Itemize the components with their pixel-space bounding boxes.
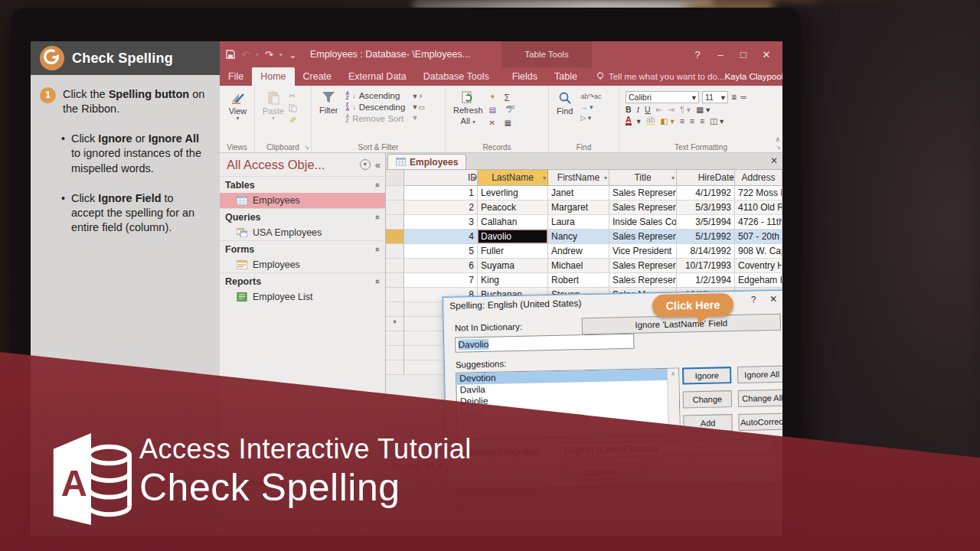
increase-indent-icon[interactable]: ⇥ [668,105,675,114]
collapse-ribbon-icon[interactable]: ∧ [775,135,780,143]
nav-item-query-usa-employees[interactable]: USA Employees [220,225,385,240]
nav-section-reports[interactable]: Reports » [220,272,385,289]
cell[interactable]: Edgeham Hol [735,273,782,288]
save-record-icon[interactable]: ▤ [489,106,501,117]
autocorrect-button[interactable]: AutoCorrect [738,413,782,431]
undo-dropdown-icon[interactable]: ▾ [256,51,259,58]
record-selector-current[interactable] [386,230,404,244]
tab-fields[interactable]: Fields [504,67,546,86]
undo-icon[interactable]: ↶ [241,49,250,60]
dialog-close-icon[interactable]: ✕ [763,294,782,305]
cell[interactable]: Andrew [548,244,609,259]
column-dropdown-icon[interactable]: ▾ [543,170,546,186]
replace-icon[interactable]: ab↷ac [580,93,601,100]
cell[interactable]: 8/14/1992 [677,244,735,259]
toggle-filter-icon[interactable]: ▼ [411,114,424,122]
cut-icon[interactable]: ✂ [289,92,297,100]
cell[interactable]: Robert [548,273,609,288]
nav-item-form-employees[interactable]: Employees [220,257,385,272]
scroll-up-icon[interactable]: ∧ [671,370,675,377]
cell[interactable]: Leverling [478,186,548,201]
signed-in-user[interactable]: Kayla Claypool [724,67,782,86]
nav-item-table-employees[interactable]: Employees [220,193,385,208]
copy-icon[interactable] [289,104,297,112]
nav-item-report-employee-list[interactable]: Employee List [220,289,385,305]
cell[interactable]: Sales Represer [609,259,677,273]
numbered-list-icon[interactable]: ≣ [731,93,737,101]
tell-me-box[interactable]: Tell me what you want to do... [596,67,725,86]
tab-database-tools[interactable]: Database Tools [415,67,498,86]
record-selector[interactable] [386,186,404,201]
bold-icon[interactable]: B [626,105,632,114]
sort-descending-button[interactable]: ZA ↓ Descending [345,103,405,112]
cell[interactable]: Suyama [478,259,548,273]
cell[interactable]: 1 [404,186,478,201]
shutter-bar-close-icon[interactable]: « [375,159,381,171]
cell[interactable]: Sales Represer [609,186,677,201]
redo-icon[interactable]: ↷ [265,49,273,60]
change-all-button[interactable]: Change All [738,390,782,407]
column-header-lastname[interactable]: LastName▾ [478,170,548,186]
column-dropdown-icon[interactable]: ▾ [730,170,733,186]
cell[interactable]: Fuller [478,244,548,259]
click-here-callout[interactable]: Click Here [652,293,734,318]
sort-ascending-button[interactable]: AZ ↓ Ascending [345,91,405,100]
dialog-help-icon[interactable]: ? [743,294,763,305]
column-header-address[interactable]: Address [735,170,782,186]
cell[interactable]: 908 W. Capita [735,244,782,259]
column-dropdown-icon[interactable]: ▾ [472,170,475,186]
background-color-icon[interactable]: ◧ ▾ [661,116,675,126]
select-all-cell[interactable] [386,170,404,186]
text-formatting-dialog-launcher-icon[interactable]: ↘ [776,144,781,151]
cell[interactable]: 4726 - 11th Av [735,215,782,230]
cell[interactable]: Callahan [478,215,548,230]
clipboard-dialog-launcher-icon[interactable]: ↘ [304,144,309,151]
nav-section-forms[interactable]: Forms » [220,240,385,257]
cell[interactable]: 3 [404,215,478,230]
font-color-icon[interactable]: A [626,116,632,126]
record-selector[interactable] [386,273,404,288]
record-selector[interactable] [386,244,404,259]
cell[interactable]: 10/17/1993 [677,259,735,273]
cell[interactable]: 5/1/1992 [677,230,735,244]
cell[interactable]: 4110 Old Red [735,201,782,215]
paste-button[interactable]: Paste ▾ [260,90,287,127]
cell[interactable]: Janet [548,186,609,201]
nav-section-tables[interactable]: Tables » [220,176,385,193]
cell-editing-davolio[interactable]: Davolio [478,230,548,244]
cell[interactable]: Sales Represer [609,201,677,215]
bulleted-list-icon[interactable]: ≔ [740,93,747,101]
column-header-firstname[interactable]: FirstName▾ [548,170,609,186]
cell[interactable]: Sales Represer [609,273,677,288]
goto-icon[interactable]: → ▾ [580,103,601,111]
spelling-button[interactable]: ABC✓ [505,106,517,117]
tab-create[interactable]: Create [295,67,341,86]
new-record-icon[interactable]: ＊ [489,93,501,104]
cell[interactable]: Michael [548,259,609,273]
column-dropdown-icon[interactable]: ▾ [604,170,607,186]
font-name-select[interactable]: Calibri▾ [626,91,699,103]
cell[interactable]: 7 [404,273,478,288]
save-icon[interactable] [226,50,235,59]
close-object-icon[interactable]: ✕ [770,155,778,166]
font-size-select[interactable]: 11▾ [702,91,728,103]
change-button[interactable]: Change [683,390,732,408]
cell[interactable]: Inside Sales Co [609,215,677,230]
remove-sort-button[interactable]: AZ Remove Sort [345,114,405,123]
cell[interactable]: 5 [404,244,478,259]
underline-icon[interactable]: U [645,105,651,114]
record-selector[interactable] [386,288,404,302]
tab-external-data[interactable]: External Data [340,67,415,86]
redo-dropdown-icon[interactable]: ▾ [279,51,283,58]
cell[interactable]: 1/2/1994 [677,273,735,288]
cell[interactable]: 4/1/1992 [677,186,735,201]
cell[interactable]: Laura [548,215,609,230]
more-records-icon[interactable]: ▦ [505,119,517,130]
advanced-filter-icon[interactable]: ▼▭ [411,103,424,111]
highlight-color-icon[interactable]: ab [646,116,655,126]
cell[interactable]: 2 [404,201,478,215]
record-selector[interactable] [386,259,404,273]
tab-table[interactable]: Table [546,67,586,86]
object-tab-employees[interactable]: Employees [387,154,466,169]
cell[interactable]: Nancy [548,230,609,244]
